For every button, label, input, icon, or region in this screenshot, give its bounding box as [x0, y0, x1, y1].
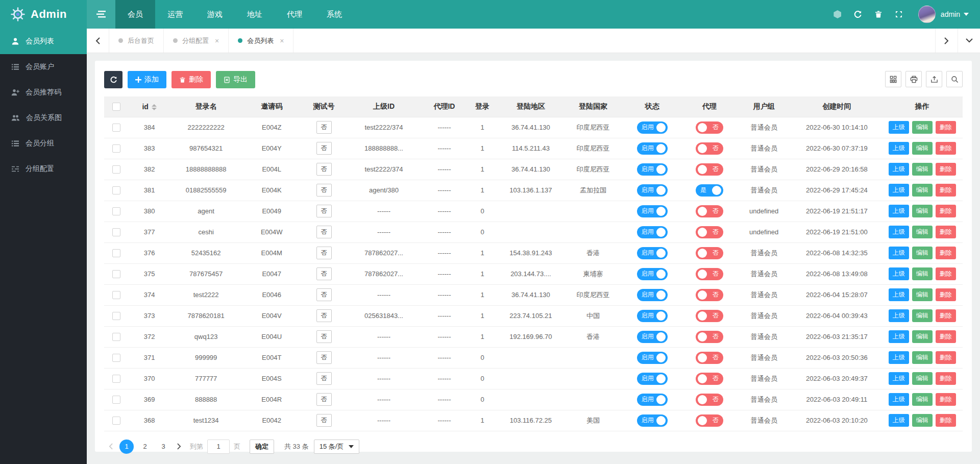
- hexagon-icon[interactable]: [827, 0, 848, 29]
- delete-row-button[interactable]: 删除: [936, 351, 956, 364]
- status-toggle[interactable]: 启用: [637, 226, 668, 238]
- delete-row-button[interactable]: 删除: [936, 142, 956, 155]
- row-checkbox[interactable]: [112, 186, 120, 194]
- row-checkbox[interactable]: [112, 124, 120, 132]
- refresh-button[interactable]: [104, 71, 122, 88]
- status-toggle[interactable]: 启用: [637, 184, 668, 197]
- edit-button[interactable]: 编辑: [912, 205, 933, 217]
- export-button[interactable]: 导出: [216, 71, 255, 88]
- sidebar-item-referral-codes[interactable]: 会员推荐码: [0, 80, 87, 105]
- agent-toggle[interactable]: 否: [696, 289, 723, 301]
- status-toggle[interactable]: 启用: [637, 163, 668, 176]
- edit-button[interactable]: 编辑: [912, 330, 933, 343]
- row-checkbox[interactable]: [112, 417, 120, 425]
- parent-button[interactable]: 上级: [889, 226, 909, 238]
- agent-toggle[interactable]: 否: [696, 247, 723, 259]
- edit-button[interactable]: 编辑: [912, 288, 933, 301]
- edit-button[interactable]: 编辑: [912, 247, 933, 259]
- delete-button[interactable]: 删除: [172, 71, 211, 88]
- status-toggle[interactable]: 启用: [637, 247, 668, 259]
- row-checkbox[interactable]: [112, 333, 120, 341]
- parent-button[interactable]: 上级: [889, 247, 909, 259]
- edit-button[interactable]: 编辑: [912, 414, 933, 427]
- agent-toggle[interactable]: 否: [696, 163, 723, 176]
- tabs-scroll-right-button[interactable]: [935, 29, 958, 53]
- parent-button[interactable]: 上级: [889, 351, 909, 364]
- tabs-menu-button[interactable]: [958, 29, 980, 53]
- goto-page-input[interactable]: [207, 439, 230, 454]
- close-icon[interactable]: ×: [215, 37, 219, 45]
- parent-button[interactable]: 上级: [889, 205, 909, 217]
- page-next-button[interactable]: [173, 439, 186, 454]
- sidebar-item-member-groups[interactable]: 会员分组: [0, 131, 87, 156]
- parent-button[interactable]: 上级: [889, 393, 909, 406]
- sidebar-item-member-list[interactable]: 会员列表: [0, 29, 87, 54]
- agent-toggle[interactable]: 否: [696, 142, 723, 155]
- parent-button[interactable]: 上级: [889, 121, 909, 134]
- agent-toggle[interactable]: 否: [696, 394, 723, 406]
- columns-icon[interactable]: [885, 71, 901, 87]
- brand[interactable]: Admin: [0, 0, 87, 29]
- status-toggle[interactable]: 启用: [637, 373, 668, 385]
- row-checkbox[interactable]: [112, 207, 120, 215]
- edit-button[interactable]: 编辑: [912, 309, 933, 322]
- status-toggle[interactable]: 启用: [637, 331, 668, 343]
- row-checkbox[interactable]: [112, 228, 120, 236]
- menu-item-operations[interactable]: 运营: [155, 0, 195, 29]
- agent-toggle[interactable]: 否: [696, 310, 723, 322]
- status-toggle[interactable]: 启用: [637, 205, 668, 217]
- status-toggle[interactable]: 启用: [637, 414, 668, 427]
- agent-toggle[interactable]: 否: [696, 352, 723, 364]
- sidebar-item-relationship-map[interactable]: 会员关系图: [0, 105, 87, 131]
- sidebar-item-member-accounts[interactable]: 会员账户: [0, 54, 87, 80]
- tabs-scroll-left-button[interactable]: [87, 29, 109, 53]
- edit-button[interactable]: 编辑: [912, 267, 933, 280]
- sort-icon[interactable]: [152, 104, 157, 110]
- status-toggle[interactable]: 启用: [637, 394, 668, 406]
- username[interactable]: admin: [941, 10, 960, 18]
- delete-row-button[interactable]: 删除: [936, 414, 956, 427]
- agent-toggle[interactable]: 否: [696, 121, 723, 134]
- menu-item-games[interactable]: 游戏: [195, 0, 235, 29]
- delete-row-button[interactable]: 删除: [936, 163, 956, 176]
- status-toggle[interactable]: 启用: [637, 268, 668, 280]
- parent-button[interactable]: 上级: [889, 267, 909, 280]
- export-icon[interactable]: [926, 71, 942, 87]
- menu-item-members[interactable]: 会员: [115, 0, 155, 29]
- delete-row-button[interactable]: 删除: [936, 288, 956, 301]
- fullscreen-icon[interactable]: [889, 0, 909, 29]
- delete-row-button[interactable]: 删除: [936, 121, 956, 134]
- delete-row-button[interactable]: 删除: [936, 184, 956, 197]
- user-caret-down-icon[interactable]: [964, 13, 969, 16]
- select-all-checkbox[interactable]: [112, 103, 120, 111]
- add-button[interactable]: 添加: [128, 71, 166, 88]
- row-checkbox[interactable]: [112, 291, 120, 299]
- parent-button[interactable]: 上级: [889, 288, 909, 301]
- status-toggle[interactable]: 启用: [637, 289, 668, 301]
- page-prev-button[interactable]: [104, 439, 117, 454]
- avatar[interactable]: [918, 6, 936, 23]
- row-checkbox[interactable]: [112, 312, 120, 320]
- agent-toggle[interactable]: 否: [696, 226, 723, 238]
- agent-toggle[interactable]: 是: [696, 184, 723, 197]
- row-checkbox[interactable]: [112, 144, 120, 153]
- agent-toggle[interactable]: 否: [696, 268, 723, 280]
- menu-item-system[interactable]: 系统: [314, 0, 354, 29]
- edit-button[interactable]: 编辑: [912, 184, 933, 197]
- status-toggle[interactable]: 启用: [637, 310, 668, 322]
- edit-button[interactable]: 编辑: [912, 372, 933, 385]
- delete-row-button[interactable]: 删除: [936, 226, 956, 238]
- delete-row-button[interactable]: 删除: [936, 267, 956, 280]
- close-icon[interactable]: ×: [280, 37, 284, 45]
- agent-toggle[interactable]: 否: [696, 331, 723, 343]
- print-icon[interactable]: [905, 71, 922, 87]
- parent-button[interactable]: 上级: [889, 163, 909, 176]
- row-checkbox[interactable]: [112, 270, 120, 278]
- edit-button[interactable]: 编辑: [912, 393, 933, 406]
- row-checkbox[interactable]: [112, 249, 120, 257]
- agent-toggle[interactable]: 否: [696, 414, 723, 427]
- page-button-1[interactable]: 1: [119, 439, 134, 454]
- status-toggle[interactable]: 启用: [637, 121, 668, 134]
- tab-group-config[interactable]: 分组配置 ×: [164, 29, 229, 53]
- delete-row-button[interactable]: 删除: [936, 393, 956, 406]
